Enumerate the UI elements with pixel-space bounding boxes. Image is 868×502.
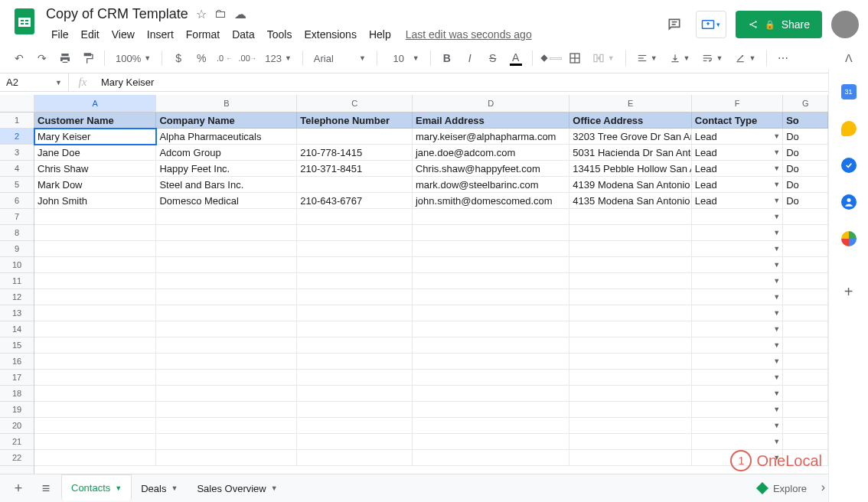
- cell-A6[interactable]: John Smith: [34, 193, 156, 209]
- cell-E10[interactable]: [569, 257, 691, 273]
- cell-G13[interactable]: [783, 305, 828, 321]
- dropdown-arrow-icon[interactable]: ▼: [773, 454, 780, 461]
- cell-E6[interactable]: 4135 Modena San Antonio: [569, 193, 691, 209]
- merge-cells-dropdown[interactable]: ▼: [588, 48, 619, 68]
- bold-button[interactable]: B: [437, 48, 457, 68]
- collapse-toolbar-button[interactable]: ᐱ: [839, 48, 859, 68]
- cell-C8[interactable]: [297, 225, 413, 241]
- sheet-tab-deals[interactable]: Deals▼: [132, 475, 188, 501]
- cell-E8[interactable]: [569, 225, 691, 241]
- decrease-decimal-button[interactable]: .0 ←: [214, 48, 234, 68]
- maps-icon[interactable]: [841, 231, 857, 246]
- dropdown-arrow-icon[interactable]: ▼: [773, 148, 780, 156]
- cell-C11[interactable]: [297, 273, 413, 289]
- cell-F13[interactable]: ▼: [692, 305, 783, 321]
- cell-F7[interactable]: ▼: [692, 209, 783, 225]
- cell-D21[interactable]: [413, 434, 569, 450]
- cell-C21[interactable]: [297, 434, 413, 450]
- dropdown-arrow-icon[interactable]: ▼: [773, 309, 780, 317]
- menu-tools[interactable]: Tools: [262, 25, 298, 44]
- cell-B14[interactable]: [156, 321, 297, 337]
- cell-C13[interactable]: [297, 305, 413, 321]
- cell-A18[interactable]: [34, 386, 156, 402]
- cell-G2[interactable]: Do: [783, 129, 828, 145]
- cell-A8[interactable]: [34, 225, 156, 241]
- cell-G5[interactable]: Do: [783, 177, 828, 193]
- cell-F12[interactable]: ▼: [692, 289, 783, 305]
- addons-button[interactable]: +: [844, 283, 853, 301]
- cell-E21[interactable]: [569, 434, 691, 450]
- dropdown-arrow-icon[interactable]: ▼: [773, 245, 780, 253]
- cell-D19[interactable]: [413, 402, 569, 418]
- cell-B16[interactable]: [156, 354, 297, 370]
- text-rotation-dropdown[interactable]: ▼: [730, 48, 760, 68]
- cell-D17[interactable]: [413, 370, 569, 386]
- cell-A16[interactable]: [34, 354, 156, 370]
- cell-C16[interactable]: [297, 354, 413, 370]
- cell-E22[interactable]: [569, 450, 691, 466]
- cell-E5[interactable]: 4139 Modena San Antonio: [569, 177, 691, 193]
- cell-A22[interactable]: [34, 450, 156, 466]
- paint-format-button[interactable]: [78, 48, 98, 68]
- cell-E13[interactable]: [569, 305, 691, 321]
- zoom-dropdown[interactable]: 100%▼: [111, 48, 155, 68]
- cell-E16[interactable]: [569, 354, 691, 370]
- row-header-17[interactable]: 17: [0, 370, 34, 386]
- cell-C6[interactable]: 210-643-6767: [297, 193, 413, 209]
- cell-F22[interactable]: ▼: [692, 450, 783, 466]
- cell-E19[interactable]: [569, 402, 691, 418]
- menu-data[interactable]: Data: [227, 25, 260, 44]
- last-edit-link[interactable]: Last edit was seconds ago: [406, 28, 532, 41]
- row-header-6[interactable]: 6: [0, 193, 34, 209]
- cell-C18[interactable]: [297, 386, 413, 402]
- cell-F18[interactable]: ▼: [692, 386, 783, 402]
- cell-E18[interactable]: [569, 386, 691, 402]
- cell-E12[interactable]: [569, 289, 691, 305]
- cell-B9[interactable]: [156, 241, 297, 257]
- cell-D20[interactable]: [413, 418, 569, 434]
- dropdown-arrow-icon[interactable]: ▼: [773, 277, 780, 285]
- sheet-nav-right[interactable]: ›: [821, 481, 825, 494]
- row-header-4[interactable]: 4: [0, 161, 34, 177]
- sheet-tab-sales-overview[interactable]: Sales Overview▼: [188, 475, 287, 501]
- cell-B18[interactable]: [156, 386, 297, 402]
- cell-C5[interactable]: [297, 177, 413, 193]
- share-button[interactable]: 🔒 Share: [736, 11, 822, 38]
- cell-A20[interactable]: [34, 418, 156, 434]
- dropdown-arrow-icon[interactable]: ▼: [773, 213, 780, 220]
- row-header-15[interactable]: 15: [0, 337, 34, 354]
- row-header-18[interactable]: 18: [0, 386, 34, 402]
- row-header-7[interactable]: 7: [0, 209, 34, 225]
- cell-G11[interactable]: [783, 273, 828, 289]
- cell-E20[interactable]: [569, 418, 691, 434]
- cell-G3[interactable]: Do: [783, 145, 828, 161]
- cell-C19[interactable]: [297, 402, 413, 418]
- cell-B15[interactable]: [156, 337, 297, 354]
- cell-E17[interactable]: [569, 370, 691, 386]
- move-icon[interactable]: 🗀: [214, 7, 227, 21]
- undo-button[interactable]: ↶: [9, 48, 29, 68]
- cell-C10[interactable]: [297, 257, 413, 273]
- increase-decimal-button[interactable]: .00→: [237, 48, 257, 68]
- cell-A12[interactable]: [34, 289, 156, 305]
- cell-F2[interactable]: Lead▼: [692, 129, 783, 145]
- dropdown-arrow-icon[interactable]: ▼: [773, 422, 780, 429]
- cell-A15[interactable]: [34, 337, 156, 354]
- row-header-3[interactable]: 3: [0, 145, 34, 161]
- cell-F19[interactable]: ▼: [692, 402, 783, 418]
- account-avatar[interactable]: [831, 11, 859, 38]
- cell-E2[interactable]: 3203 Tree Grove Dr San Antonio: [569, 129, 691, 145]
- cell-F9[interactable]: ▼: [692, 241, 783, 257]
- cell-D10[interactable]: [413, 257, 569, 273]
- cell-G16[interactable]: [783, 354, 828, 370]
- menu-format[interactable]: Format: [181, 25, 225, 44]
- sheets-logo[interactable]: [9, 6, 40, 37]
- cell-D5[interactable]: mark.dow@steelbarinc.com: [413, 177, 569, 193]
- cell-F17[interactable]: ▼: [692, 370, 783, 386]
- cell-B19[interactable]: [156, 402, 297, 418]
- dropdown-arrow-icon[interactable]: ▼: [773, 132, 780, 140]
- add-sheet-button[interactable]: +: [6, 476, 31, 500]
- column-header-E[interactable]: E: [569, 95, 691, 112]
- row-header-21[interactable]: 21: [0, 434, 34, 450]
- all-sheets-button[interactable]: ≡: [34, 476, 58, 500]
